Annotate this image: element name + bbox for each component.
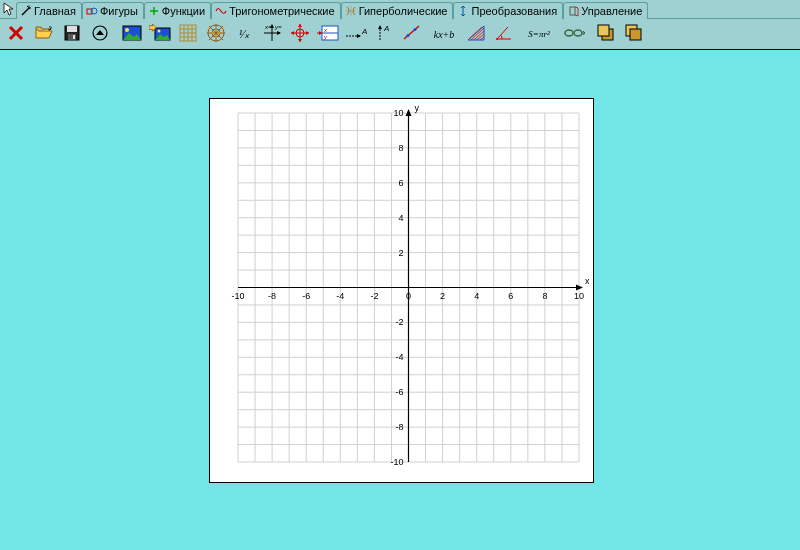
inverse-x-button[interactable]: ¹⁄ₓ (231, 21, 257, 47)
svg-text:y=: y= (274, 24, 282, 30)
angle-button[interactable] (491, 21, 517, 47)
svg-rect-70 (598, 25, 609, 36)
svg-point-57 (407, 34, 410, 37)
circle-area-button[interactable]: S=πr² (519, 21, 559, 47)
up-button[interactable] (87, 21, 113, 47)
xy-readout-button[interactable]: xy (315, 21, 341, 47)
compass-star-icon (206, 23, 226, 45)
open-button[interactable] (31, 21, 57, 47)
tab-transforms[interactable]: Преобразования (453, 2, 563, 19)
svg-rect-71 (626, 25, 637, 36)
plot-canvas[interactable]: -10-8-6-4-20246810-10-8-6-4-2246810xy (209, 98, 594, 483)
fill-area-button[interactable] (463, 21, 489, 47)
svg-line-61 (477, 34, 484, 40)
linear-function-button[interactable]: kx+b (427, 21, 461, 47)
layers-back-icon (624, 23, 644, 45)
wand-icon (20, 5, 32, 17)
close-icon (7, 24, 25, 44)
bring-front-button[interactable] (593, 21, 619, 47)
svg-text:8: 8 (542, 291, 547, 301)
svg-text:10: 10 (393, 108, 403, 118)
layers-front-icon (596, 23, 616, 45)
svg-text:-10: -10 (390, 457, 403, 467)
tab-hyperbolic[interactable]: Гиперболические (341, 2, 454, 19)
svg-text:-4: -4 (336, 291, 344, 301)
tab-label: Главная (34, 5, 76, 17)
svg-text:-8: -8 (268, 291, 276, 301)
svg-rect-12 (570, 7, 575, 15)
picture-arrow-icon (149, 24, 171, 44)
svg-rect-23 (123, 26, 141, 40)
svg-text:x=: x= (264, 24, 272, 30)
svg-text:x: x (323, 27, 328, 33)
tab-control[interactable]: Управление (563, 2, 648, 19)
svg-text:-8: -8 (395, 422, 403, 432)
svg-line-39 (209, 26, 223, 40)
svg-text:-4: -4 (395, 352, 403, 362)
tab-label: Функции (162, 5, 205, 17)
send-back-button[interactable] (621, 21, 647, 47)
close-button[interactable] (3, 21, 29, 47)
spr2-icon: S=πr² (528, 29, 549, 39)
wave-icon (215, 5, 227, 17)
separator (588, 22, 592, 46)
grid-button[interactable] (175, 21, 201, 47)
target-button[interactable] (287, 21, 313, 47)
svg-rect-72 (630, 29, 641, 40)
picture-export-button[interactable] (147, 21, 173, 47)
svg-text:-2: -2 (370, 291, 378, 301)
svg-text:A: A (361, 27, 367, 36)
pointer-icon (3, 2, 15, 18)
svg-point-24 (125, 28, 129, 32)
tangent-line-button[interactable] (399, 21, 425, 47)
axes-button[interactable]: x= y= (259, 21, 285, 47)
arrow-label-button[interactable]: A (343, 21, 369, 47)
polar-button[interactable] (203, 21, 229, 47)
svg-text:6: 6 (508, 291, 513, 301)
svg-text:x: x (585, 276, 590, 286)
svg-line-63 (469, 27, 482, 39)
coordinate-grid: -10-8-6-4-20246810-10-8-6-4-2246810xy (210, 99, 593, 482)
grid-icon (179, 24, 197, 44)
tab-main[interactable]: Главная (16, 2, 82, 19)
svg-point-35 (212, 29, 220, 37)
arrow-up-label-button[interactable]: A (371, 21, 397, 47)
svg-text:-6: -6 (302, 291, 310, 301)
transform-icon (457, 5, 469, 17)
tab-label: Управление (581, 5, 642, 17)
svg-rect-47 (322, 26, 338, 40)
svg-rect-21 (73, 35, 75, 39)
svg-line-0 (22, 8, 29, 15)
chain-icon (563, 26, 585, 42)
arrow-a-icon: A (345, 24, 367, 44)
angle-icon (494, 23, 514, 45)
arrow-up-a-icon: A (374, 23, 394, 45)
svg-rect-25 (155, 28, 170, 40)
svg-point-66 (496, 38, 498, 40)
separator (114, 22, 118, 46)
svg-line-17 (10, 27, 22, 39)
tangent-icon (402, 23, 422, 45)
save-button[interactable] (59, 21, 85, 47)
tabs-bar: Главная Фигуры Функции Тригонометрически… (0, 0, 800, 19)
svg-text:A: A (383, 24, 389, 33)
svg-text:y: y (323, 34, 328, 40)
tab-trig[interactable]: Тригонометрические (211, 2, 340, 19)
picture-button[interactable] (119, 21, 145, 47)
tab-functions[interactable]: Функции (144, 2, 211, 19)
svg-point-1 (28, 7, 30, 9)
tab-label: Тригонометрические (229, 5, 334, 17)
picture-icon (122, 24, 142, 44)
svg-text:2: 2 (398, 248, 403, 258)
tab-shapes[interactable]: Фигуры (82, 2, 144, 19)
svg-text:-6: -6 (395, 387, 403, 397)
crosshair-icon (290, 23, 310, 45)
svg-text:4: 4 (474, 291, 479, 301)
svg-line-56 (404, 26, 419, 39)
svg-point-46 (296, 29, 304, 37)
svg-point-26 (158, 30, 161, 33)
join-button[interactable] (561, 21, 587, 47)
workspace[interactable]: -10-8-6-4-20246810-10-8-6-4-2246810xy (0, 50, 800, 550)
svg-text:10: 10 (574, 291, 584, 301)
svg-line-59 (471, 28, 484, 40)
